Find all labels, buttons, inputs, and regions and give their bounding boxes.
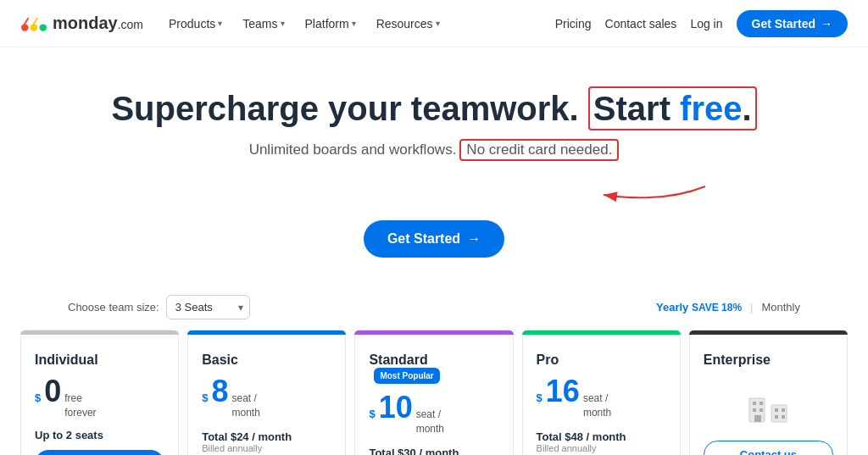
headline-period: . — [742, 90, 751, 127]
try-button-individual[interactable]: Try for free — [35, 450, 164, 455]
plan-billed-basic: Billed annually — [202, 443, 331, 453]
subtitle-part2: No credit card needed. — [466, 141, 612, 158]
price-label1-pro: seat / — [583, 391, 611, 406]
price-row-standard: $ 10 seat / month — [369, 392, 498, 436]
enterprise-building-icon — [743, 383, 793, 425]
svg-rect-9 — [760, 408, 763, 412]
logo-text: monday.com — [53, 14, 143, 33]
price-amount-pro: 16 — [546, 376, 580, 407]
team-size-select[interactable]: 1 Seat 2 Seats 3 Seats 5 Seats 10 Seats … — [166, 295, 250, 319]
get-started-nav-button[interactable]: Get Started → — [737, 10, 848, 37]
enterprise-icon — [704, 383, 833, 425]
price-row-individual: $ 0 free forever — [35, 376, 164, 420]
svg-rect-13 — [782, 415, 785, 419]
hero-subtitle: Unlimited boards and workflows. No credi… — [17, 139, 851, 161]
price-amount-individual: 0 — [44, 376, 61, 407]
price-label1-individual: free — [64, 391, 96, 406]
nav-contact-sales[interactable]: Contact sales — [605, 17, 677, 31]
plan-card-standard: Standard Most Popular $ 10 seat / month … — [354, 330, 513, 455]
controls-row: Choose team size: 1 Seat 2 Seats 3 Seats… — [0, 285, 868, 326]
arrow-annotation — [95, 178, 773, 220]
price-details-individual: free forever — [64, 391, 96, 420]
plan-total-pro: Total $48 / month — [537, 430, 666, 443]
navbar-left: monday.com Products ▾ Teams ▾ Platform ▾… — [20, 12, 448, 36]
plan-seats-individual: Up to 2 seats — [35, 429, 164, 441]
svg-rect-8 — [753, 408, 756, 412]
price-label2-standard: month — [416, 422, 444, 436]
plan-title-pro: Pro — [537, 352, 666, 368]
price-dollar-basic: $ — [202, 391, 208, 404]
price-dollar-standard: $ — [369, 408, 375, 420]
card-top-bar-individual — [20, 330, 179, 335]
price-amount-basic: 8 — [211, 376, 228, 407]
billing-save-label: SAVE 18% — [692, 302, 742, 314]
nav-products-label: Products — [169, 17, 215, 31]
nav-teams-label: Teams — [242, 17, 277, 31]
nav-products[interactable]: Products ▾ — [160, 12, 231, 36]
team-size-control: Choose team size: 1 Seat 2 Seats 3 Seats… — [68, 295, 250, 319]
billing-toggle: Yearly SAVE 18% | Monthly — [656, 301, 800, 314]
team-size-select-wrapper[interactable]: 1 Seat 2 Seats 3 Seats 5 Seats 10 Seats … — [166, 295, 250, 319]
nav-login[interactable]: Log in — [690, 17, 722, 31]
price-label2-pro: month — [583, 406, 611, 420]
card-top-bar-standard — [354, 330, 513, 335]
price-dollar-pro: $ — [537, 391, 542, 404]
svg-rect-7 — [760, 402, 763, 405]
headline-free: free — [680, 90, 742, 127]
plan-total-basic: Total $24 / month — [202, 430, 331, 443]
contact-button-enterprise[interactable]: Contact us — [704, 441, 833, 455]
subtitle-part1: Unlimited boards and workflows. — [249, 141, 457, 158]
price-dollar-individual: $ — [35, 391, 41, 404]
plan-title-individual: Individual — [35, 352, 164, 368]
nav-resources-label: Resources — [376, 17, 433, 31]
plan-billed-pro: Billed annually — [537, 443, 666, 453]
no-credit-box: No credit card needed. — [459, 139, 619, 161]
get-started-nav-label: Get Started — [752, 17, 815, 31]
card-top-bar-basic — [187, 330, 346, 335]
svg-rect-12 — [775, 415, 778, 419]
nav-platform-label: Platform — [305, 17, 349, 31]
pricing-section: Individual $ 0 free forever Up to 2 seat… — [0, 326, 868, 455]
chevron-down-icon: ▾ — [352, 19, 356, 28]
plan-title-basic: Basic — [202, 352, 331, 368]
annotation-arrow — [536, 178, 722, 220]
headline-start-free-box: Start free. — [588, 86, 757, 130]
headline-part1: Supercharge your teamwork. — [111, 90, 578, 127]
svg-rect-5 — [771, 405, 787, 422]
get-started-hero-button[interactable]: Get Started → — [364, 220, 504, 258]
navbar: monday.com Products ▾ Teams ▾ Platform ▾… — [0, 0, 868, 47]
price-row-basic: $ 8 seat / month — [202, 376, 331, 420]
svg-rect-6 — [753, 402, 756, 405]
pricing-cards-row: Individual $ 0 free forever Up to 2 seat… — [20, 330, 848, 455]
billing-yearly-label: Yearly — [656, 301, 688, 314]
plan-title-standard: Standard Most Popular — [369, 352, 498, 384]
price-total-basic: Total $24 / month Billed annually — [202, 429, 331, 453]
price-row-pro: $ 16 seat / month — [537, 376, 666, 420]
logo[interactable]: monday.com — [20, 14, 143, 33]
billing-separator: | — [750, 301, 753, 314]
chevron-down-icon: ▾ — [218, 19, 222, 28]
svg-point-2 — [40, 24, 47, 31]
billing-yearly-button[interactable]: Yearly SAVE 18% — [656, 301, 742, 314]
plan-card-basic: Basic $ 8 seat / month Total $24 / month… — [187, 330, 346, 455]
price-label1-standard: seat / — [416, 408, 444, 422]
billing-monthly-button[interactable]: Monthly — [761, 301, 800, 314]
price-details-standard: seat / month — [416, 408, 444, 436]
nav-teams[interactable]: Teams ▾ — [234, 12, 292, 36]
plan-title-enterprise: Enterprise — [704, 352, 833, 368]
price-label2-basic: month — [231, 406, 259, 420]
headline-start: Start — [593, 90, 680, 127]
chevron-down-icon: ▾ — [436, 19, 440, 28]
nav-pricing[interactable]: Pricing — [555, 17, 592, 31]
logo-icon — [20, 15, 47, 32]
nav-resources[interactable]: Resources ▾ — [368, 12, 448, 36]
plan-total-standard: Total $30 / month — [369, 447, 498, 455]
nav-platform[interactable]: Platform ▾ — [297, 12, 364, 36]
get-started-nav-arrow: → — [821, 17, 832, 31]
most-popular-badge: Most Popular — [374, 368, 439, 384]
svg-rect-11 — [782, 408, 785, 412]
hero-section: Supercharge your teamwork. Start free. U… — [0, 47, 868, 285]
price-details-basic: seat / month — [231, 391, 259, 420]
plan-card-individual: Individual $ 0 free forever Up to 2 seat… — [20, 330, 179, 455]
hero-cta-label: Get Started — [387, 231, 460, 247]
